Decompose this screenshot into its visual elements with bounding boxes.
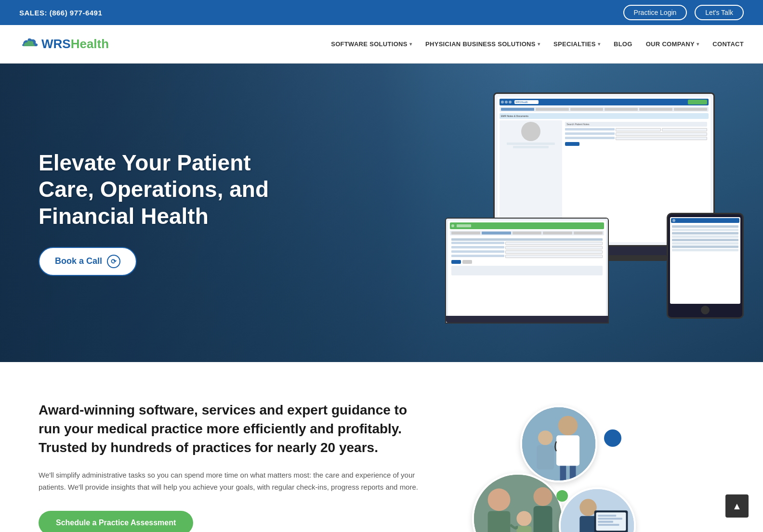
hero-section: Elevate Your Patient Care, Operations, a… xyxy=(0,64,763,362)
decorative-blue-dot xyxy=(604,429,621,447)
hero-title: Elevate Your Patient Care, Operations, a… xyxy=(39,150,289,230)
about-heading: Award-winning software, services and exp… xyxy=(39,401,424,457)
nav-item-blog[interactable]: BLOG xyxy=(614,40,632,48)
svg-point-10 xyxy=(516,511,531,526)
schedule-assessment-button[interactable]: Schedule a Practice Assessment xyxy=(39,511,193,532)
logo-link[interactable]: WRSHealth xyxy=(19,37,109,52)
arrow-circle-icon: ⟳ xyxy=(107,255,120,268)
tablet-device xyxy=(667,213,744,319)
svg-point-1 xyxy=(558,416,578,436)
tablet-home-button xyxy=(701,306,710,314)
svg-point-15 xyxy=(579,499,596,516)
logo-icon xyxy=(19,38,39,51)
svg-rect-20 xyxy=(598,518,622,520)
svg-rect-16 xyxy=(579,516,596,532)
doctor-image-circle xyxy=(520,405,597,482)
hero-content: Elevate Your Patient Care, Operations, a… xyxy=(0,150,328,276)
chevron-down-icon: ▾ xyxy=(538,41,540,47)
devices-mockup: WRSHealth EMR Notes & Documents xyxy=(445,92,744,333)
about-images-collage xyxy=(462,401,645,532)
svg-rect-22 xyxy=(598,524,619,526)
svg-point-8 xyxy=(488,489,511,511)
svg-rect-3 xyxy=(560,466,566,480)
sales-phone: SALES: (866) 977-6491 xyxy=(19,9,102,17)
svg-rect-19 xyxy=(598,515,616,517)
svg-point-5 xyxy=(538,430,553,445)
svg-rect-9 xyxy=(488,511,511,532)
chevron-down-icon: ▾ xyxy=(409,41,412,47)
svg-rect-21 xyxy=(598,521,613,523)
main-nav: WRSHealth SOFTWARE SOLUTIONS ▾ PHYSICIAN… xyxy=(0,25,763,64)
nav-item-physician[interactable]: PHYSICIAN BUSINESS SOLUTIONS ▾ xyxy=(425,40,540,48)
chevron-down-icon: ▾ xyxy=(598,41,600,47)
about-section: Award-winning software, services and exp… xyxy=(0,362,763,532)
about-subtext: We'll simplify administrative tasks so y… xyxy=(39,469,424,493)
svg-point-12 xyxy=(534,487,553,506)
top-bar: SALES: (866) 977-6491 Practice Login Let… xyxy=(0,0,763,25)
nav-item-specialties[interactable]: SPECIALTIES ▾ xyxy=(553,40,600,48)
decorative-green-dot xyxy=(556,490,568,502)
desk-image-circle xyxy=(559,487,636,532)
chevron-down-icon: ▾ xyxy=(697,41,699,47)
logo-text: WRSHealth xyxy=(41,37,109,52)
back-to-top-button[interactable]: ▲ xyxy=(725,494,749,518)
lets-talk-button[interactable]: Let's Talk xyxy=(695,5,744,20)
nav-item-our-company[interactable]: OUR COMPANY ▾ xyxy=(646,40,699,48)
svg-rect-4 xyxy=(570,466,576,480)
nav-menu: SOFTWARE SOLUTIONS ▾ PHYSICIAN BUSINESS … xyxy=(331,40,744,48)
nav-item-contact[interactable]: CONTACT xyxy=(712,40,744,48)
svg-rect-13 xyxy=(534,506,553,532)
family-image-circle xyxy=(472,473,564,532)
nav-item-software[interactable]: SOFTWARE SOLUTIONS ▾ xyxy=(331,40,412,48)
practice-login-button[interactable]: Practice Login xyxy=(623,5,687,20)
svg-rect-6 xyxy=(537,445,553,470)
about-text: Award-winning software, services and exp… xyxy=(39,401,424,532)
laptop-device xyxy=(445,218,609,324)
svg-rect-2 xyxy=(556,435,579,466)
svg-rect-11 xyxy=(516,526,531,532)
book-a-call-button[interactable]: Book a Call ⟳ xyxy=(39,247,137,276)
